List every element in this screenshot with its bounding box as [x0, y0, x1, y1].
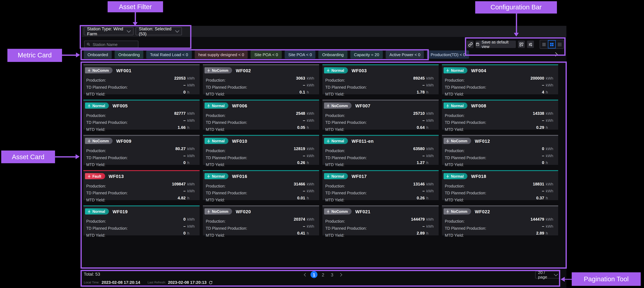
- td-planned-production-value: –: [542, 118, 544, 123]
- asset-card-WF016[interactable]: Normal WF016 Production: 31466 kWh TD Pl…: [203, 170, 319, 200]
- previous-page-button[interactable]: [303, 271, 308, 278]
- mtd-yield-value: 0.05: [297, 125, 305, 130]
- asset-card-WF005[interactable]: Normal WF005 Production: 82777 kWh TD Pl…: [83, 100, 200, 130]
- sliders-icon: [528, 42, 533, 47]
- status-badge: Normal: [324, 173, 348, 179]
- wind-turbine-icon: [87, 139, 91, 143]
- asset-card-WF007[interactable]: NoComm WF007 Production: 25710 kWh TD Pl…: [322, 100, 438, 130]
- pagination-tool-annotation: Pagination Tool: [572, 272, 641, 286]
- add-widget-button[interactable]: [518, 41, 525, 48]
- production-label: Production:: [206, 219, 226, 224]
- metric-chip[interactable]: Capacity = 20: [350, 50, 383, 59]
- mtd-yield-value: 1.27: [417, 160, 425, 165]
- asset-card-WF002[interactable]: NoComm WF002 Production: 3063 kWh TD Pla…: [203, 64, 319, 94]
- mtd-yield-value: 0.64: [417, 125, 425, 130]
- mtd-yield-value: 2.89: [536, 231, 544, 235]
- td-planned-production-unit: kWh: [426, 224, 436, 228]
- metric-chip[interactable]: heat supply designed < 0: [194, 50, 248, 59]
- td-planned-production-unit: kWh: [546, 83, 556, 87]
- td-planned-production-label: TD Planned Production:: [445, 120, 486, 125]
- td-planned-production-label: TD Planned Production:: [206, 226, 247, 230]
- asset-card-WF006[interactable]: Normal WF006 Production: 2548 kWh TD Pla…: [203, 100, 319, 130]
- asset-card-WF020[interactable]: NoComm WF020 Production: 20374 kWh TD Pl…: [203, 205, 319, 235]
- mtd-yield-unit: h: [426, 196, 436, 200]
- production-label: Production:: [325, 113, 345, 118]
- grid-add-icon: [519, 42, 524, 47]
- page-size-dropdown[interactable]: 20 / page: [535, 271, 560, 279]
- td-planned-production-unit: kWh: [307, 189, 316, 193]
- metric-chip[interactable]: Onboarding: [318, 50, 347, 59]
- asset-card-WF019[interactable]: Normal WF019 Production: 0 kWh TD Planne…: [83, 205, 200, 235]
- link-icon: [468, 42, 472, 47]
- asset-card-WF022[interactable]: NoComm WF022 Production: 144479 kWh TD P…: [442, 205, 558, 235]
- asset-card-WF003[interactable]: Normal WF003 Production: 89245 kWh TD Pl…: [322, 64, 438, 94]
- mtd-yield-value: 0.26: [297, 160, 305, 165]
- td-planned-production-unit: kWh: [307, 83, 316, 87]
- mtd-yield-unit: h: [546, 196, 556, 200]
- asset-card-WF001[interactable]: NoComm WF001 Production: 22053 kWh TD Pl…: [83, 64, 200, 94]
- grid-view-button[interactable]: [548, 40, 556, 48]
- production-unit: kWh: [546, 182, 556, 186]
- asset-card-WF011-en[interactable]: Normal WF011-en Production: 63580 kWh TD…: [322, 135, 438, 165]
- station-dropdown[interactable]: Station: Selected (53): [136, 27, 182, 35]
- production-value: 25710: [413, 111, 425, 116]
- wind-turbine-icon: [326, 209, 330, 213]
- metric-chip[interactable]: Site POA < 0: [251, 50, 282, 59]
- status-label: Normal: [212, 174, 225, 178]
- td-planned-production-unit: kWh: [426, 154, 436, 158]
- compact-grid-view-button[interactable]: [556, 40, 564, 48]
- metric-chip[interactable]: Site POA < 0: [285, 50, 316, 59]
- page-button-3[interactable]: 3: [328, 271, 336, 278]
- mtd-yield-value: 0: [183, 160, 186, 165]
- mtd-yield-value: 1.66: [178, 125, 186, 130]
- page-size-value: 20 / page: [538, 270, 554, 280]
- metric-settings-button[interactable]: [527, 41, 534, 48]
- asset-card-WF008[interactable]: Normal WF008 Production: 14338 kWh TD Pl…: [442, 100, 558, 130]
- copy-link-button[interactable]: [467, 41, 474, 48]
- save-default-view-button[interactable]: Save as default view: [476, 41, 516, 48]
- asset-card-WF017[interactable]: Normal WF017 Production: 13146 kWh TD Pl…: [322, 170, 438, 200]
- mtd-yield-unit: h: [187, 161, 197, 165]
- td-planned-production-unit: kWh: [187, 154, 197, 158]
- metric-chip[interactable]: Production(TD) < 0: [427, 50, 469, 59]
- asset-card-WF021[interactable]: NoComm WF021 Production: 144479 kWh TD P…: [322, 205, 438, 235]
- metric-chip[interactable]: Active Power < 0: [386, 50, 424, 59]
- mtd-yield-label: MTD Yield:: [325, 233, 344, 238]
- asset-name: WF001: [116, 68, 131, 73]
- production-label: Production:: [86, 219, 106, 224]
- asset-card-WF004[interactable]: Normal WF004 Production: 200000 kWh TD P…: [442, 64, 558, 94]
- station-search[interactable]: [84, 41, 138, 48]
- asset-card-WF009[interactable]: NoComm WF009 Production: 80.27 kWh TD Pl…: [83, 135, 200, 165]
- asset-name: WF009: [116, 138, 131, 143]
- production-label: Production:: [206, 78, 226, 82]
- asset-name: WF011-en: [352, 138, 374, 143]
- mtd-yield-label: MTD Yield:: [445, 92, 464, 97]
- production-value: 2548: [296, 111, 305, 116]
- metric-chip[interactable]: Total Rated Load < 0: [146, 50, 192, 59]
- production-label: Production:: [445, 113, 464, 118]
- station-type-dropdown[interactable]: Station Type: Wind Farm: [84, 27, 134, 35]
- wind-turbine-icon: [326, 68, 330, 72]
- asset-card-WF010[interactable]: Normal WF010 Production: 12819 kWh TD Pl…: [203, 135, 319, 165]
- wind-turbine-icon: [87, 68, 91, 72]
- grid-view-icon: [550, 42, 554, 47]
- asset-card-WF013[interactable]: Fault WF013 Production: 109847 kWh TD Pl…: [83, 170, 200, 200]
- wind-turbine-icon: [206, 174, 210, 178]
- search-input[interactable]: [92, 42, 136, 47]
- production-value: 63580: [413, 146, 425, 151]
- chips-scroll-right-icon[interactable]: [554, 52, 558, 57]
- production-value: 31466: [294, 182, 305, 186]
- mtd-yield-label: MTD Yield:: [445, 198, 464, 202]
- asset-card-annotation: Asset Card: [1, 150, 55, 163]
- metric-chip[interactable]: Onboarding: [114, 50, 144, 59]
- metric-card-connector-line: [62, 55, 77, 56]
- metric-chip[interactable]: Onboarded: [84, 50, 112, 59]
- list-view-button[interactable]: [540, 40, 548, 48]
- asset-card-WF012[interactable]: NoComm WF012 Production: 0 kWh TD Planne…: [442, 135, 558, 165]
- page-button-2[interactable]: 2: [320, 271, 326, 278]
- wind-turbine-icon: [206, 104, 210, 108]
- page-button-1[interactable]: 1: [310, 271, 318, 278]
- refresh-icon[interactable]: [208, 280, 213, 285]
- asset-card-WF018[interactable]: Normal WF018 Production: 18831 kWh TD Pl…: [442, 170, 558, 200]
- next-page-button[interactable]: [338, 271, 343, 278]
